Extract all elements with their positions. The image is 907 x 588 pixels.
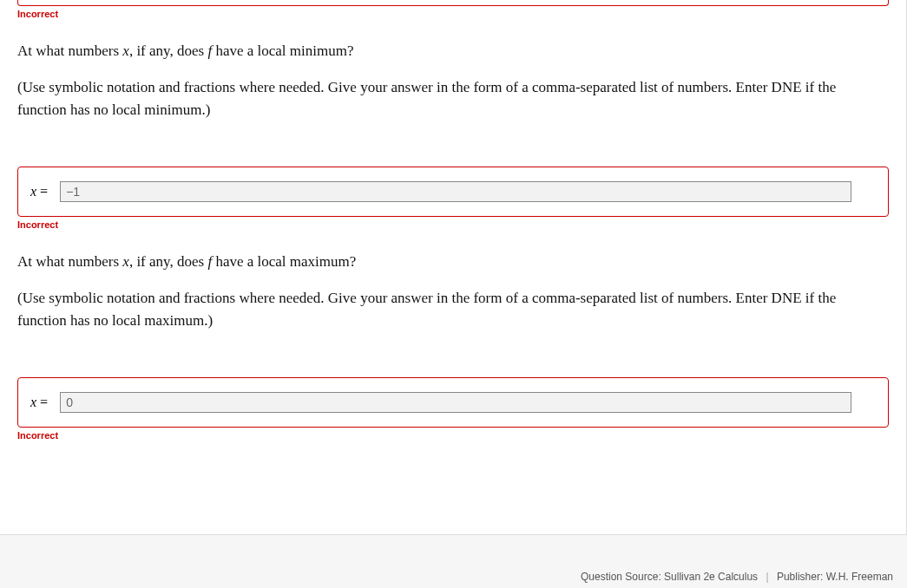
- q2-text-post: have a local maximum?: [212, 253, 356, 270]
- footer-publisher-value: W.H. Freeman: [826, 571, 893, 583]
- q1-var: x: [122, 42, 129, 59]
- q2-text-mid: , if any, does: [129, 253, 208, 270]
- answer-box-max: x =: [17, 377, 889, 428]
- footer: Question Source: Sullivan 2e Calculus | …: [0, 534, 907, 588]
- q1-text-mid: , if any, does: [129, 42, 208, 59]
- question-min-prompt: At what numbers x, if any, does f have a…: [17, 40, 889, 62]
- q1-text-pre: At what numbers: [17, 42, 122, 59]
- status-label-min: Incorrect: [17, 219, 889, 230]
- footer-source-label: Question Source:: [581, 571, 664, 583]
- answer-box-min: x =: [17, 167, 889, 217]
- footer-publisher-label: Publisher:: [777, 571, 826, 583]
- status-label-max: Incorrect: [17, 430, 889, 441]
- previous-status-label: Incorrect: [17, 9, 889, 19]
- footer-source-value: Sullivan 2e Calculus: [664, 571, 758, 583]
- answer-input-min[interactable]: [60, 181, 851, 202]
- q2-var: x: [122, 253, 129, 270]
- footer-separator: |: [766, 571, 768, 583]
- q2-prefix-eq: =: [36, 395, 48, 409]
- q1-prefix-eq: =: [36, 184, 48, 199]
- answer-prefix-max: x =: [30, 395, 48, 410]
- page-wrapper: Incorrect At what numbers x, if any, doe…: [0, 0, 907, 588]
- question-max-hint: (Use symbolic notation and fractions whe…: [17, 287, 889, 333]
- question-min-hint: (Use symbolic notation and fractions whe…: [17, 76, 889, 122]
- question-max-prompt: At what numbers x, if any, does f have a…: [17, 251, 889, 273]
- previous-answer-box-edge: [17, 0, 889, 6]
- footer-text: Question Source: Sullivan 2e Calculus | …: [581, 571, 893, 583]
- q1-text-post: have a local minimum?: [212, 42, 353, 59]
- q2-text-pre: At what numbers: [17, 253, 122, 270]
- answer-prefix-min: x =: [30, 184, 48, 199]
- answer-input-max[interactable]: [60, 392, 851, 413]
- content-frame: Incorrect At what numbers x, if any, doe…: [0, 0, 907, 534]
